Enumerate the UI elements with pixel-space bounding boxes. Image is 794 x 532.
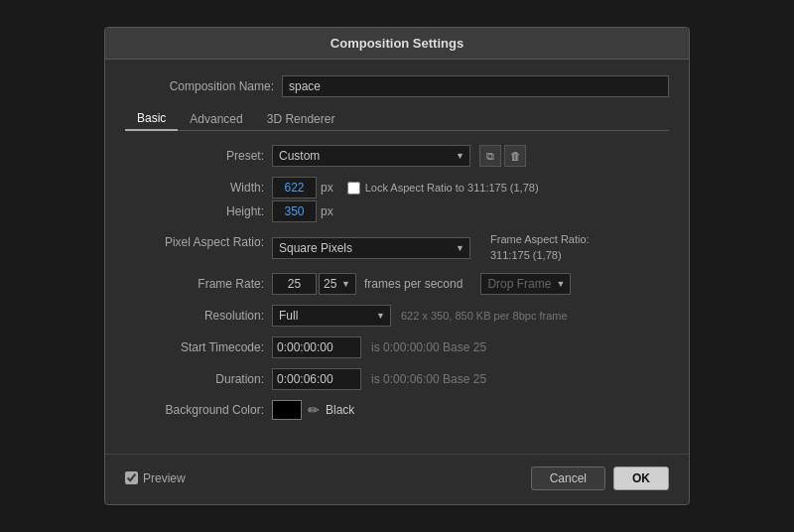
- preset-group: Custom ▼ ⧉ 🗑: [272, 145, 526, 167]
- duration-info: is 0:00:06:00 Base 25: [371, 372, 486, 386]
- footer-buttons: Cancel OK: [531, 466, 669, 490]
- resolution-row: Resolution: Full Half Third Quarter Cust…: [135, 305, 669, 327]
- basic-tab-content: Preset: Custom ▼ ⧉ 🗑 Width:: [125, 145, 669, 420]
- tab-advanced[interactable]: Advanced: [178, 107, 254, 130]
- duration-row: Duration: is 0:00:06:00 Base 25: [135, 368, 669, 390]
- width-unit: px: [321, 181, 333, 195]
- drop-frame-select-wrapper: Drop Frame ▼: [470, 273, 571, 295]
- duration-input[interactable]: [272, 368, 361, 390]
- preview-check-wrapper: Preview: [125, 471, 186, 485]
- resolution-select[interactable]: Full Half Third Quarter Custom: [272, 305, 391, 327]
- tab-3drenderer[interactable]: 3D Renderer: [255, 107, 347, 130]
- eyedropper-button[interactable]: ✏: [308, 402, 320, 418]
- frame-rate-select-wrapper: 25 ▼: [319, 273, 356, 295]
- preview-checkbox[interactable]: [125, 471, 138, 484]
- frame-rate-group: 25 ▼ frames per second Drop Frame ▼: [272, 273, 571, 295]
- frame-ar-value: 311:175 (1,78): [490, 248, 590, 263]
- start-timecode-info: is 0:00:00:00 Base 25: [371, 340, 486, 354]
- width-input[interactable]: [272, 177, 317, 199]
- preview-label: Preview: [143, 471, 186, 485]
- height-unit: px: [321, 204, 333, 218]
- tab-basic[interactable]: Basic: [125, 107, 178, 131]
- lock-aspect-checkbox-wrapper: Lock Aspect Ratio to 311:175 (1,78): [347, 182, 539, 195]
- comp-name-row: Composition Name:: [125, 75, 669, 97]
- comp-name-input[interactable]: [282, 75, 669, 97]
- fps-label: frames per second: [364, 277, 463, 291]
- composition-settings-dialog: Composition Settings Composition Name: B…: [104, 27, 690, 505]
- lock-aspect-row: Lock Aspect Ratio to 311:175 (1,78): [347, 182, 539, 195]
- pixel-ar-controls: Square Pixels ▼ Frame Aspect Ratio: 311:…: [272, 232, 590, 263]
- width-label: Width:: [135, 181, 264, 195]
- bg-color-name: Black: [326, 403, 354, 417]
- comp-name-label: Composition Name:: [125, 79, 274, 93]
- tabs-container: Basic Advanced 3D Renderer: [125, 107, 669, 131]
- pixel-ar-select[interactable]: Square Pixels: [272, 237, 470, 259]
- dialog-content: Composition Name: Basic Advanced 3D Rend…: [105, 60, 689, 446]
- frame-rate-row: Frame Rate: 25 ▼ frames per second Drop …: [135, 273, 669, 295]
- pixel-ar-select-wrapper: Square Pixels ▼: [272, 237, 470, 259]
- frame-rate-label: Frame Rate:: [135, 277, 264, 291]
- duration-label: Duration:: [135, 372, 264, 386]
- frame-ar-info: Frame Aspect Ratio: 311:175 (1,78): [490, 232, 590, 263]
- frame-rate-select[interactable]: 25: [319, 273, 356, 295]
- height-row: Height: px: [135, 200, 669, 222]
- resolution-label: Resolution:: [135, 309, 264, 323]
- pixel-ar-label: Pixel Aspect Ratio:: [135, 232, 264, 249]
- frame-ar-label: Frame Aspect Ratio:: [490, 232, 590, 247]
- preset-copy-button[interactable]: ⧉: [479, 145, 501, 167]
- cancel-button[interactable]: Cancel: [531, 466, 605, 490]
- preset-select[interactable]: Custom: [272, 145, 470, 167]
- preset-select-wrapper: Custom ▼: [272, 145, 470, 167]
- drop-frame-select[interactable]: Drop Frame: [480, 273, 571, 295]
- start-timecode-input[interactable]: [272, 336, 361, 358]
- resolution-select-wrapper: Full Half Third Quarter Custom ▼: [272, 305, 391, 327]
- dialog-footer: Preview Cancel OK: [105, 454, 689, 504]
- bg-color-label: Background Color:: [135, 403, 264, 417]
- frame-rate-input[interactable]: [272, 273, 317, 295]
- height-label: Height:: [135, 204, 264, 218]
- preset-label: Preset:: [135, 149, 264, 163]
- bg-color-row: Background Color: ✏ Black: [135, 400, 669, 420]
- preset-icons: ⧉ 🗑: [476, 145, 526, 167]
- start-timecode-label: Start Timecode:: [135, 340, 264, 354]
- lock-aspect-checkbox[interactable]: [347, 182, 360, 195]
- height-input[interactable]: [272, 200, 317, 222]
- bg-color-swatch[interactable]: [272, 400, 302, 420]
- resolution-info: 622 x 350, 850 KB per 8bpc frame: [401, 310, 568, 322]
- lock-aspect-label: Lock Aspect Ratio to 311:175 (1,78): [365, 182, 539, 194]
- pixel-ar-row: Pixel Aspect Ratio: Square Pixels ▼ Fram…: [135, 232, 669, 263]
- width-row: Width: px Lock Aspect Ratio to 311:175 (…: [135, 177, 669, 199]
- ok-button[interactable]: OK: [613, 466, 669, 490]
- start-timecode-row: Start Timecode: is 0:00:00:00 Base 25: [135, 336, 669, 358]
- preset-delete-button[interactable]: 🗑: [504, 145, 526, 167]
- dialog-title: Composition Settings: [105, 28, 689, 60]
- preset-row: Preset: Custom ▼ ⧉ 🗑: [135, 145, 669, 167]
